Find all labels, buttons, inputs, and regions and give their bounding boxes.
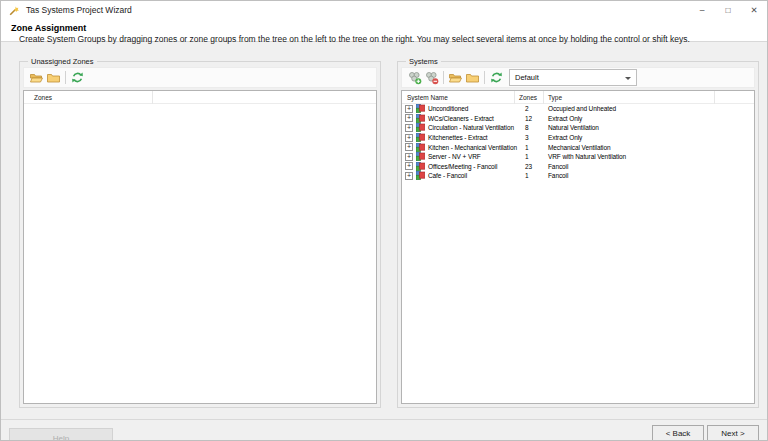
wizard-window: Tas Systems Project Wizard – □ ✕ Zone As… [0,0,768,441]
folder-icon[interactable] [45,69,62,86]
system-row[interactable]: + Kitchenettes - Extract 3 Extract Only [402,133,754,143]
toolbar-separator [443,71,444,84]
systems-label: Systems [406,56,441,67]
expand-plus-icon[interactable]: + [405,134,413,142]
system-row[interactable]: + Unconditioned 2 Occupied and Unheated [402,104,754,114]
system-name: Kitchenettes - Extract [428,134,488,141]
system-row[interactable]: + Circulation - Natural Ventilation 8 Na… [402,123,754,133]
header-band: Tas Systems Project Wizard – □ ✕ Zone As… [1,1,767,42]
system-type: Extract Only [544,115,715,122]
expand-plus-icon[interactable]: + [405,143,413,151]
system-group-icon [416,152,425,161]
column-header-blank[interactable] [715,91,754,104]
column-header-blank[interactable] [153,91,376,104]
folder-icon[interactable] [464,69,481,86]
refresh-icon[interactable] [488,69,505,86]
expand-plus-icon[interactable]: + [405,105,413,113]
system-group-icon [416,143,425,152]
unassigned-zones-list[interactable]: Zones [23,90,377,404]
chevron-down-icon [625,77,631,80]
system-row[interactable]: + Kitchen - Mechanical Ventilation 1 Mec… [402,142,754,152]
column-header-system-name[interactable]: System Name [402,91,515,104]
help-button[interactable]: Help [9,428,113,441]
column-header-zones[interactable]: Zones [515,91,544,104]
expand-plus-icon[interactable]: + [405,124,413,132]
system-zone-count: 23 [515,163,544,170]
system-type: Extract Only [544,134,715,141]
column-header-type[interactable]: Type [544,91,715,104]
zones-list-header: Zones [24,91,376,104]
dropdown-value: Default [510,73,539,82]
unassigned-zones-groupbox: Unassigned Zones [19,61,381,408]
system-row[interactable]: + Server - NV + VRF 1 VRF with Natural V… [402,152,754,162]
system-group-icon [416,123,425,132]
close-button[interactable]: ✕ [741,1,767,19]
system-name: Kitchen - Mechanical Ventilation [428,144,517,151]
expand-plus-icon[interactable]: + [405,114,413,122]
back-button[interactable]: < Back [652,425,704,441]
system-name: Unconditioned [428,105,468,112]
page-title: Zone Assignment [11,23,767,33]
unassigned-zones-toolbar [23,67,377,88]
system-group-icon [416,133,425,142]
folder-open-icon[interactable] [447,69,464,86]
system-zone-count: 1 [515,144,544,151]
system-name: Offices/Meeting - Fancoil [428,163,497,170]
system-zone-count: 2 [515,105,544,112]
system-row[interactable]: + WCs/Cleaners - Extract 12 Extract Only [402,114,754,124]
system-name: Circulation - Natural Ventilation [428,124,514,131]
maximize-button[interactable]: □ [715,1,741,19]
add-system-icon[interactable] [406,69,423,86]
window-title: Tas Systems Project Wizard [26,5,132,15]
system-zone-count: 1 [515,172,544,179]
system-row[interactable]: + Cafe - Fancoil 1 Fancoil [402,171,754,181]
expand-plus-icon[interactable]: + [405,172,413,180]
system-type: Mechanical Ventilation [544,144,715,151]
folder-open-icon[interactable] [28,69,45,86]
unassigned-zones-label: Unassigned Zones [28,56,97,67]
toolbar-separator [484,71,485,84]
titlebar: Tas Systems Project Wizard – □ ✕ [1,1,767,19]
wizard-wand-icon [9,5,20,16]
expand-plus-icon[interactable]: + [405,162,413,170]
system-name: Cafe - Fancoil [428,172,467,179]
expand-plus-icon[interactable]: + [405,153,413,161]
column-header-zones[interactable]: Zones [24,91,153,104]
toolbar-separator [65,71,66,84]
system-type: Fancoil [544,172,715,179]
system-name: WCs/Cleaners - Extract [428,115,494,122]
system-zone-count: 8 [515,124,544,131]
system-group-icon [416,171,425,180]
remove-system-icon[interactable] [423,69,440,86]
footer-divider [1,419,767,420]
minimize-button[interactable]: – [689,1,715,19]
system-zone-count: 1 [515,153,544,160]
systems-groupbox: Systems [397,61,759,408]
system-row[interactable]: + Offices/Meeting - Fancoil 23 Fancoil [402,162,754,172]
page-description: Create System Groups by dragging zones o… [19,34,767,44]
system-type: Natural Ventilation [544,124,715,131]
system-type: Occupied and Unheated [544,105,715,112]
system-set-dropdown[interactable]: Default [509,69,637,86]
system-group-icon [416,114,425,123]
systems-toolbar: Default [401,67,755,88]
system-zone-count: 12 [515,115,544,122]
systems-list[interactable]: System Name Zones Type + Unconditioned 2… [401,90,755,404]
refresh-icon[interactable] [69,69,86,86]
system-zone-count: 3 [515,134,544,141]
system-group-icon [416,104,425,113]
systems-rows: + Unconditioned 2 Occupied and Unheated … [402,104,754,181]
system-group-icon [416,162,425,171]
next-button[interactable]: Next > [707,425,759,441]
system-type: VRF with Natural Ventilation [544,153,715,160]
system-type: Fancoil [544,163,715,170]
system-name: Server - NV + VRF [428,153,481,160]
systems-list-header: System Name Zones Type [402,91,754,104]
